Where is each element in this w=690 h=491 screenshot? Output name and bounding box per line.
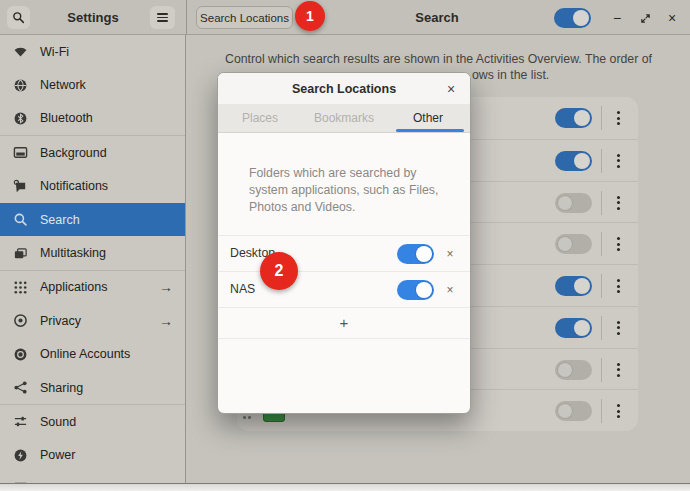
sidebar-item-label: Bluetooth xyxy=(40,111,93,125)
location-row-desktop: Desktop× xyxy=(218,236,470,272)
result-toggle[interactable] xyxy=(555,234,592,254)
dialog-title: Search Locations xyxy=(218,82,470,96)
power-icon xyxy=(12,447,28,463)
toggle-knob xyxy=(574,110,590,126)
dialog-header: Search Locations × xyxy=(218,73,470,104)
location-toggle[interactable] xyxy=(397,280,434,300)
sidebar-item-applications[interactable]: Applications→ xyxy=(0,271,185,304)
kebab-menu-button[interactable] xyxy=(611,231,625,257)
remove-location-button[interactable]: × xyxy=(440,272,460,308)
sidebar-item-label: Sound xyxy=(40,415,76,429)
network-icon xyxy=(12,77,28,93)
restore-icon xyxy=(640,13,651,24)
toggle-knob xyxy=(574,320,590,336)
row-divider xyxy=(601,316,602,340)
sidebar-item-label: Background xyxy=(40,146,107,160)
sidebar-item-label: Power xyxy=(40,448,75,462)
result-toggle[interactable] xyxy=(555,108,592,128)
toggle-knob xyxy=(557,362,573,378)
toggle-knob xyxy=(574,153,590,169)
headerbar: Settings Search Locations Search − × xyxy=(0,0,690,35)
search-master-toggle[interactable] xyxy=(554,8,591,28)
location-toggle[interactable] xyxy=(397,244,434,264)
sidebar-item-sound[interactable]: Sound xyxy=(0,405,185,438)
sidebar-nav: Wi-FiNetworkBluetoothBackgroundNotificat… xyxy=(0,35,186,483)
sidebar-item-notifications[interactable]: Notifications xyxy=(0,170,185,203)
remove-location-button[interactable]: × xyxy=(440,236,460,272)
sidebar-item-label: Multitasking xyxy=(40,246,106,260)
settings-window: Settings Search Locations Search − × Wi-… xyxy=(0,0,690,491)
tab-places[interactable]: Places xyxy=(218,104,302,132)
dialog-description: Folders which are searched by system app… xyxy=(249,165,449,216)
locations-list: Desktop×NAS×+ xyxy=(218,235,470,339)
restore-button[interactable] xyxy=(635,8,655,28)
online-accounts-icon xyxy=(12,346,28,362)
row-divider xyxy=(601,274,602,298)
result-toggle[interactable] xyxy=(555,318,592,338)
row-divider xyxy=(601,191,602,215)
sidebar-item-displays[interactable]: Displays xyxy=(0,472,185,483)
background-icon xyxy=(12,145,28,161)
result-toggle[interactable] xyxy=(555,193,592,213)
hamburger-icon xyxy=(157,13,168,22)
privacy-icon xyxy=(12,313,28,329)
result-toggle[interactable] xyxy=(555,401,592,421)
page-title-search: Search xyxy=(380,0,494,35)
search-locations-button[interactable]: Search Locations xyxy=(196,6,293,29)
close-button[interactable]: × xyxy=(662,8,682,28)
tab-other[interactable]: Other xyxy=(386,104,470,132)
search-icon xyxy=(12,212,28,228)
sidebar-item-privacy[interactable]: Privacy→ xyxy=(0,304,185,337)
sidebar-item-label: Applications xyxy=(40,280,107,294)
dialog-close-button[interactable]: × xyxy=(441,73,461,104)
location-name: NAS xyxy=(230,282,255,296)
location-row-nas: NAS× xyxy=(218,272,470,308)
result-toggle[interactable] xyxy=(555,276,592,296)
sidebar-item-network[interactable]: Network xyxy=(0,68,185,101)
dialog-tab-bar: PlacesBookmarksOther xyxy=(218,104,470,133)
tab-bookmarks[interactable]: Bookmarks xyxy=(302,104,386,132)
toggle-knob xyxy=(416,246,432,262)
chevron-right-icon: → xyxy=(159,313,173,329)
sidebar-item-wi-fi[interactable]: Wi-Fi xyxy=(0,35,185,68)
wifi-icon xyxy=(12,44,28,60)
sound-icon xyxy=(12,414,28,430)
sidebar-item-background[interactable]: Background xyxy=(0,136,185,169)
primary-menu-button[interactable] xyxy=(150,6,175,29)
sidebar-item-label: Notifications xyxy=(40,179,108,193)
intro-text-line1: Control which search results are shown i… xyxy=(187,52,690,66)
sidebar-item-search[interactable]: Search xyxy=(0,203,185,236)
sidebar-item-label: Online Accounts xyxy=(40,347,130,361)
kebab-menu-button[interactable] xyxy=(611,357,625,383)
result-toggle[interactable] xyxy=(555,151,592,171)
sidebar-item-multitasking[interactable]: Multitasking xyxy=(0,236,185,269)
search-locations-dialog: Search Locations × PlacesBookmarksOther … xyxy=(217,72,471,414)
notifications-icon xyxy=(12,178,28,194)
intro-text-line2-fragment: ows in the list. xyxy=(472,68,549,82)
toggle-knob xyxy=(416,282,432,298)
kebab-menu-button[interactable] xyxy=(611,273,625,299)
sidebar-item-sharing[interactable]: Sharing xyxy=(0,371,185,404)
minimize-button[interactable]: − xyxy=(607,8,627,28)
bluetooth-icon xyxy=(12,110,28,126)
sidebar-item-power[interactable]: Power xyxy=(0,439,185,472)
kebab-menu-button[interactable] xyxy=(611,148,625,174)
kebab-menu-button[interactable] xyxy=(611,315,625,341)
sidebar-item-label: Sharing xyxy=(40,381,83,395)
toggle-knob xyxy=(557,195,573,211)
row-divider xyxy=(601,358,602,382)
toggle-knob xyxy=(557,403,573,419)
header-divider xyxy=(186,0,187,35)
annotation-step-2: 2 xyxy=(260,252,298,290)
kebab-menu-button[interactable] xyxy=(611,105,625,131)
row-divider xyxy=(601,149,602,173)
kebab-menu-button[interactable] xyxy=(611,190,625,216)
multitasking-icon xyxy=(12,245,28,261)
sidebar-item-bluetooth[interactable]: Bluetooth xyxy=(0,102,185,135)
sharing-icon xyxy=(12,380,28,396)
result-toggle[interactable] xyxy=(555,360,592,380)
sidebar-item-label: Wi-Fi xyxy=(40,45,69,59)
sidebar-item-online-accounts[interactable]: Online Accounts xyxy=(0,338,185,371)
kebab-menu-button[interactable] xyxy=(611,398,625,424)
add-location-button[interactable]: + xyxy=(218,308,470,339)
